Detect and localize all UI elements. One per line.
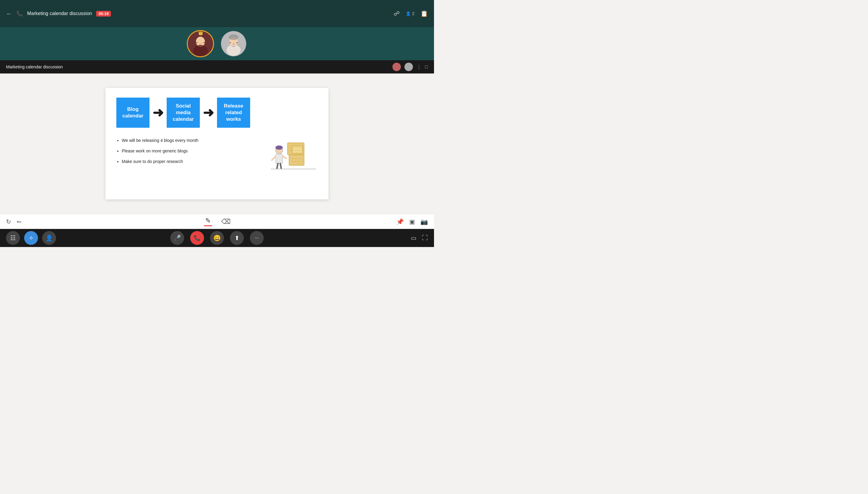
slide-container: Blog calendar ➜ Social media calendar ➜ … bbox=[106, 88, 329, 200]
phone-icon: 📞 bbox=[16, 10, 23, 17]
bullet-1: We will be releasing 4 blogs every month bbox=[122, 137, 260, 144]
svg-point-8 bbox=[227, 44, 241, 56]
svg-rect-3 bbox=[196, 42, 198, 43]
mic-button[interactable]: 🎤 bbox=[170, 231, 184, 245]
svg-rect-10 bbox=[229, 42, 231, 43]
flow-box-1: Blog calendar bbox=[116, 98, 149, 128]
svg-rect-4 bbox=[203, 42, 205, 43]
crown-icon: 👑 bbox=[198, 31, 203, 35]
apps-button[interactable]: ✧ bbox=[24, 231, 38, 245]
call-bar: ☷ ✧ 👤 🎤 📞 😀 ⬆ ⋯ ▭ ⛶ bbox=[0, 229, 434, 247]
flow-box-3: Release related works bbox=[217, 98, 250, 128]
sticky-note-icon[interactable]: 📌 bbox=[396, 218, 404, 225]
svg-point-9 bbox=[229, 34, 238, 40]
svg-line-26 bbox=[280, 164, 281, 168]
participant-2-image bbox=[221, 31, 246, 56]
svg-line-24 bbox=[283, 156, 286, 158]
redo-button[interactable]: ↼ bbox=[17, 218, 22, 225]
bullet-points: We will be releasing 4 blogs every month… bbox=[116, 137, 260, 169]
top-bar: ← 📞 Marketing calendar discussion 05:19 … bbox=[0, 0, 434, 27]
svg-rect-11 bbox=[236, 42, 238, 43]
notifications-icon[interactable]: 📋 bbox=[421, 10, 428, 17]
svg-point-21 bbox=[275, 146, 283, 150]
call-bar-left: ☷ ✧ 👤 bbox=[6, 231, 56, 245]
svg-point-12 bbox=[233, 43, 235, 45]
end-call-button[interactable]: 📞 bbox=[190, 231, 204, 245]
meeting-title-top: Marketing calendar discussion bbox=[27, 11, 92, 16]
participants-area: 👑 bbox=[0, 27, 434, 60]
svg-line-25 bbox=[277, 164, 278, 168]
arrow-2: ➜ bbox=[203, 106, 214, 119]
participant-1-avatar: 👑 bbox=[187, 30, 214, 57]
slide-illustration bbox=[270, 137, 318, 170]
grid-view-button[interactable]: ☷ bbox=[6, 231, 20, 245]
image-icon[interactable]: 📷 bbox=[421, 218, 428, 225]
undo-button[interactable]: ↻ bbox=[6, 218, 11, 225]
participant-2-avatar bbox=[220, 30, 247, 57]
drawing-toolbar: ↻ ↼ ✎ ⌫ 📌 ▣ 📷 bbox=[0, 214, 434, 229]
top-bar-right: ☍ 👤 2 📋 bbox=[394, 10, 428, 17]
call-bar-right: ▭ ⛶ bbox=[411, 234, 428, 242]
eraser-tool[interactable]: ⌫ bbox=[221, 218, 230, 226]
drawing-toolbar-right: 📌 ▣ 📷 bbox=[396, 218, 428, 225]
back-button[interactable]: ← bbox=[6, 10, 12, 17]
fullscreen-icon-bottom[interactable]: ⛶ bbox=[422, 234, 428, 242]
share-screen-button[interactable]: ⬆ bbox=[230, 231, 244, 245]
pen-tool[interactable]: ✎ bbox=[204, 217, 212, 226]
arrow-1: ➜ bbox=[152, 106, 164, 119]
more-button[interactable]: ⋯ bbox=[250, 231, 264, 245]
call-timer: 05:19 bbox=[96, 11, 111, 17]
top-bar-left: ← 📞 Marketing calendar discussion 05:19 bbox=[6, 10, 111, 17]
svg-rect-22 bbox=[275, 154, 283, 164]
toolbar-avatar-1 bbox=[392, 63, 401, 71]
participants-icon[interactable]: 👤 2 bbox=[406, 11, 414, 16]
bullet-3: Make sure to do proper research bbox=[122, 158, 260, 165]
svg-point-5 bbox=[199, 44, 202, 45]
add-person-button[interactable]: 👤 bbox=[42, 231, 56, 245]
fullscreen-icon[interactable]: □ bbox=[425, 64, 428, 70]
toolbar-avatar-2 bbox=[404, 63, 413, 71]
emoji-button[interactable]: 😀 bbox=[210, 231, 224, 245]
chat-icon[interactable]: ☍ bbox=[394, 10, 400, 17]
frame-icon[interactable]: ▣ bbox=[409, 218, 415, 225]
flow-diagram: Blog calendar ➜ Social media calendar ➜ … bbox=[116, 98, 318, 128]
flow-box-2: Social media calendar bbox=[167, 98, 200, 128]
toolbar-row: Marketing calendar discussion ⋮ □ bbox=[0, 60, 434, 74]
drawing-toolbar-left: ↻ ↼ bbox=[6, 218, 22, 225]
toolbar-right: ⋮ □ bbox=[392, 63, 428, 71]
svg-rect-15 bbox=[292, 146, 302, 153]
screen-share-icon[interactable]: ▭ bbox=[411, 234, 417, 242]
svg-line-23 bbox=[272, 156, 275, 160]
bullet-2: Please work on more generic blogs bbox=[122, 147, 260, 155]
more-options-icon[interactable]: ⋮ bbox=[417, 64, 421, 70]
main-area: Blog calendar ➜ Social media calendar ➜ … bbox=[0, 74, 434, 214]
toolbar-meeting-title: Marketing calendar discussion bbox=[6, 64, 63, 69]
slide-bottom: We will be releasing 4 blogs every month… bbox=[116, 137, 318, 170]
svg-rect-14 bbox=[289, 155, 304, 165]
